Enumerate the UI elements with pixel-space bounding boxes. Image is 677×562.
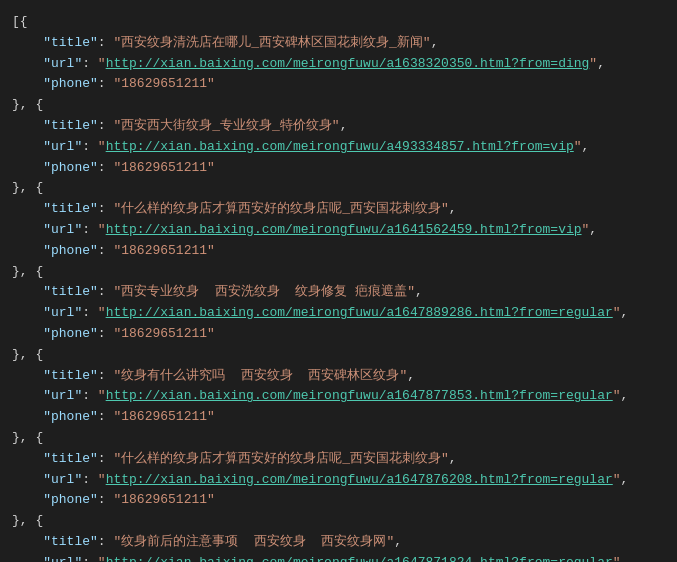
comma: , bbox=[589, 222, 597, 237]
phone-key: "phone" bbox=[43, 76, 98, 91]
colon: : bbox=[98, 118, 114, 133]
url-key: "url" bbox=[43, 139, 82, 154]
url-value[interactable]: http://xian.baixing.com/meirongfuwu/a163… bbox=[106, 56, 590, 71]
colon: : bbox=[98, 409, 114, 424]
colon: : bbox=[98, 368, 114, 383]
url-quote-open: " bbox=[98, 555, 106, 562]
colon: : bbox=[98, 160, 114, 175]
url-key: "url" bbox=[43, 222, 82, 237]
url-value[interactable]: http://xian.baixing.com/meirongfuwu/a164… bbox=[106, 222, 582, 237]
url-quote-close: " bbox=[574, 139, 582, 154]
url-key: "url" bbox=[43, 388, 82, 403]
colon: : bbox=[98, 243, 114, 258]
title-value: "纹身有什么讲究吗 西安纹身 西安碑林区纹身" bbox=[113, 368, 407, 383]
colon: : bbox=[82, 56, 98, 71]
close-brace-comma: }, { bbox=[12, 97, 43, 112]
close-brace-comma: }, { bbox=[12, 347, 43, 362]
json-viewer: [{ "title": "西安纹身清洗店在哪儿_西安碑林区国花刺纹身_新闻", … bbox=[0, 8, 677, 562]
colon: : bbox=[98, 201, 114, 216]
url-key: "url" bbox=[43, 56, 82, 71]
comma: , bbox=[582, 139, 590, 154]
phone-value: "18629651211" bbox=[113, 492, 214, 507]
phone-value: "18629651211" bbox=[113, 326, 214, 341]
url-quote-close: " bbox=[613, 472, 621, 487]
title-key: "title" bbox=[43, 284, 98, 299]
url-quote-open: " bbox=[98, 56, 106, 71]
title-value: "纹身前后的注意事项 西安纹身 西安纹身网" bbox=[113, 534, 394, 549]
phone-key: "phone" bbox=[43, 243, 98, 258]
url-quote-open: " bbox=[98, 388, 106, 403]
colon: : bbox=[82, 139, 98, 154]
url-value[interactable]: http://xian.baixing.com/meirongfuwu/a164… bbox=[106, 305, 613, 320]
comma: , bbox=[621, 472, 629, 487]
url-quote-close: " bbox=[613, 388, 621, 403]
phone-key: "phone" bbox=[43, 409, 98, 424]
title-key: "title" bbox=[43, 201, 98, 216]
url-key: "url" bbox=[43, 555, 82, 562]
colon: : bbox=[82, 305, 98, 320]
url-value[interactable]: http://xian.baixing.com/meirongfuwu/a164… bbox=[106, 555, 613, 562]
opening-bracket: [{ bbox=[12, 14, 28, 29]
comma: , bbox=[449, 201, 457, 216]
phone-value: "18629651211" bbox=[113, 243, 214, 258]
url-value[interactable]: http://xian.baixing.com/meirongfuwu/a164… bbox=[106, 388, 613, 403]
colon: : bbox=[82, 555, 98, 562]
title-key: "title" bbox=[43, 35, 98, 50]
comma: , bbox=[449, 451, 457, 466]
url-quote-close: " bbox=[589, 56, 597, 71]
colon: : bbox=[98, 76, 114, 91]
colon: : bbox=[98, 326, 114, 341]
close-brace-comma: }, { bbox=[12, 264, 43, 279]
url-quote-open: " bbox=[98, 472, 106, 487]
title-value: "西安专业纹身 西安洗纹身 纹身修复 疤痕遮盖" bbox=[113, 284, 415, 299]
phone-key: "phone" bbox=[43, 492, 98, 507]
comma: , bbox=[407, 368, 415, 383]
comma: , bbox=[415, 284, 423, 299]
colon: : bbox=[82, 472, 98, 487]
title-value: "西安西大街纹身_专业纹身_特价纹身" bbox=[113, 118, 339, 133]
close-brace-comma: }, { bbox=[12, 180, 43, 195]
colon: : bbox=[98, 492, 114, 507]
colon: : bbox=[98, 35, 114, 50]
colon: : bbox=[98, 534, 114, 549]
url-quote-open: " bbox=[98, 139, 106, 154]
comma: , bbox=[621, 388, 629, 403]
title-value: "什么样的纹身店才算西安好的纹身店呢_西安国花刺纹身" bbox=[113, 201, 448, 216]
phone-key: "phone" bbox=[43, 326, 98, 341]
phone-key: "phone" bbox=[43, 160, 98, 175]
url-value[interactable]: http://xian.baixing.com/meirongfuwu/a493… bbox=[106, 139, 574, 154]
colon: : bbox=[82, 388, 98, 403]
url-key: "url" bbox=[43, 472, 82, 487]
title-value: "西安纹身清洗店在哪儿_西安碑林区国花刺纹身_新闻" bbox=[113, 35, 430, 50]
url-key: "url" bbox=[43, 305, 82, 320]
url-quote-close: " bbox=[613, 305, 621, 320]
close-brace-comma: }, { bbox=[12, 430, 43, 445]
comma: , bbox=[340, 118, 348, 133]
url-quote-close: " bbox=[613, 555, 621, 562]
title-key: "title" bbox=[43, 368, 98, 383]
title-key: "title" bbox=[43, 534, 98, 549]
url-value[interactable]: http://xian.baixing.com/meirongfuwu/a164… bbox=[106, 472, 613, 487]
phone-value: "18629651211" bbox=[113, 409, 214, 424]
comma: , bbox=[394, 534, 402, 549]
title-value: "什么样的纹身店才算西安好的纹身店呢_西安国花刺纹身" bbox=[113, 451, 448, 466]
colon: : bbox=[82, 222, 98, 237]
phone-value: "18629651211" bbox=[113, 76, 214, 91]
colon: : bbox=[98, 451, 114, 466]
comma: , bbox=[597, 56, 605, 71]
title-key: "title" bbox=[43, 118, 98, 133]
title-key: "title" bbox=[43, 451, 98, 466]
url-quote-open: " bbox=[98, 222, 106, 237]
comma: , bbox=[621, 555, 629, 562]
comma: , bbox=[431, 35, 439, 50]
phone-value: "18629651211" bbox=[113, 160, 214, 175]
comma: , bbox=[621, 305, 629, 320]
url-quote-open: " bbox=[98, 305, 106, 320]
colon: : bbox=[98, 284, 114, 299]
close-brace-comma: }, { bbox=[12, 513, 43, 528]
